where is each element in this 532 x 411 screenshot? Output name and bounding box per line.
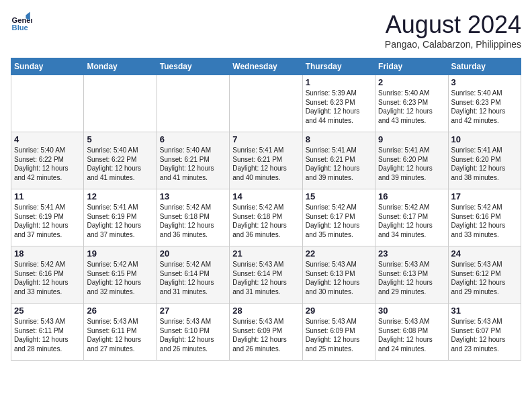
calendar-cell: 31Sunrise: 5:43 AM Sunset: 6:07 PM Dayli… [448, 304, 521, 361]
day-number: 25 [14, 306, 81, 316]
day-info: Sunrise: 5:42 AM Sunset: 6:14 PM Dayligh… [160, 260, 226, 296]
day-info: Sunrise: 5:42 AM Sunset: 6:18 PM Dayligh… [160, 203, 226, 239]
day-info: Sunrise: 5:41 AM Sunset: 6:19 PM Dayligh… [14, 203, 81, 239]
calendar-cell: 13Sunrise: 5:42 AM Sunset: 6:18 PM Dayli… [157, 189, 229, 246]
title-area: August 2024 Pangao, Calabarzon, Philippi… [385, 11, 521, 50]
day-number: 3 [451, 77, 518, 87]
day-number: 21 [232, 248, 299, 259]
calendar-cell: 15Sunrise: 5:42 AM Sunset: 6:17 PM Dayli… [302, 189, 375, 246]
calendar-cell: 14Sunrise: 5:42 AM Sunset: 6:18 PM Dayli… [230, 189, 302, 246]
day-info: Sunrise: 5:41 AM Sunset: 6:20 PM Dayligh… [451, 146, 518, 182]
day-number: 29 [306, 306, 372, 316]
calendar-cell: 4Sunrise: 5:40 AM Sunset: 6:22 PM Daylig… [11, 132, 84, 189]
calendar-cell: 27Sunrise: 5:43 AM Sunset: 6:10 PM Dayli… [157, 304, 229, 361]
calendar-cell: 26Sunrise: 5:43 AM Sunset: 6:11 PM Dayli… [84, 304, 157, 361]
calendar-cell: 21Sunrise: 5:43 AM Sunset: 6:14 PM Dayli… [230, 246, 302, 304]
day-info: Sunrise: 5:40 AM Sunset: 6:22 PM Dayligh… [87, 146, 153, 182]
day-info: Sunrise: 5:42 AM Sunset: 6:18 PM Dayligh… [232, 203, 299, 239]
day-info: Sunrise: 5:40 AM Sunset: 6:23 PM Dayligh… [378, 89, 445, 125]
day-info: Sunrise: 5:39 AM Sunset: 6:23 PM Dayligh… [306, 89, 372, 125]
day-info: Sunrise: 5:43 AM Sunset: 6:08 PM Dayligh… [378, 317, 445, 353]
day-number: 19 [87, 248, 153, 259]
day-number: 8 [306, 134, 372, 144]
calendar-cell: 23Sunrise: 5:43 AM Sunset: 6:13 PM Dayli… [375, 246, 448, 304]
day-number: 17 [451, 191, 518, 201]
calendar-cell: 29Sunrise: 5:43 AM Sunset: 6:09 PM Dayli… [302, 304, 375, 361]
day-number: 30 [378, 306, 445, 316]
calendar-cell: 7Sunrise: 5:41 AM Sunset: 6:21 PM Daylig… [230, 132, 302, 189]
weekday-header-row: SundayMondayTuesdayWednesdayThursdayFrid… [11, 58, 521, 75]
calendar-cell: 6Sunrise: 5:40 AM Sunset: 6:21 PM Daylig… [157, 132, 229, 189]
calendar-cell: 10Sunrise: 5:41 AM Sunset: 6:20 PM Dayli… [448, 132, 521, 189]
calendar-cell: 1Sunrise: 5:39 AM Sunset: 6:23 PM Daylig… [302, 75, 375, 132]
day-info: Sunrise: 5:43 AM Sunset: 6:07 PM Dayligh… [451, 317, 518, 353]
location: Pangao, Calabarzon, Philippines [385, 39, 521, 50]
day-info: Sunrise: 5:42 AM Sunset: 6:15 PM Dayligh… [87, 260, 153, 296]
day-number: 6 [160, 134, 226, 144]
day-info: Sunrise: 5:43 AM Sunset: 6:09 PM Dayligh… [232, 317, 299, 353]
calendar-table: SundayMondayTuesdayWednesdayThursdayFrid… [11, 58, 521, 361]
calendar-week-1: 1Sunrise: 5:39 AM Sunset: 6:23 PM Daylig… [11, 75, 521, 132]
day-info: Sunrise: 5:41 AM Sunset: 6:21 PM Dayligh… [306, 146, 372, 182]
day-number: 28 [232, 306, 299, 316]
day-number: 18 [14, 248, 81, 259]
day-info: Sunrise: 5:42 AM Sunset: 6:16 PM Dayligh… [451, 203, 518, 239]
day-number: 1 [306, 77, 372, 87]
month-title: August 2024 [385, 11, 521, 39]
day-number: 16 [378, 191, 445, 201]
calendar-cell: 12Sunrise: 5:41 AM Sunset: 6:19 PM Dayli… [84, 189, 157, 246]
day-number: 10 [451, 134, 518, 144]
day-info: Sunrise: 5:43 AM Sunset: 6:12 PM Dayligh… [451, 260, 518, 296]
day-info: Sunrise: 5:41 AM Sunset: 6:21 PM Dayligh… [232, 146, 299, 182]
calendar-cell: 18Sunrise: 5:42 AM Sunset: 6:16 PM Dayli… [11, 246, 84, 304]
day-number: 27 [160, 306, 226, 316]
day-info: Sunrise: 5:43 AM Sunset: 6:14 PM Dayligh… [232, 260, 299, 296]
calendar-cell: 8Sunrise: 5:41 AM Sunset: 6:21 PM Daylig… [302, 132, 375, 189]
calendar-cell: 3Sunrise: 5:40 AM Sunset: 6:23 PM Daylig… [448, 75, 521, 132]
day-info: Sunrise: 5:40 AM Sunset: 6:22 PM Dayligh… [14, 146, 81, 182]
day-info: Sunrise: 5:43 AM Sunset: 6:11 PM Dayligh… [14, 317, 81, 353]
weekday-header-sunday: Sunday [11, 58, 84, 75]
calendar-cell [230, 75, 302, 132]
day-info: Sunrise: 5:40 AM Sunset: 6:21 PM Dayligh… [160, 146, 226, 182]
calendar-cell: 9Sunrise: 5:41 AM Sunset: 6:20 PM Daylig… [375, 132, 448, 189]
day-number: 9 [378, 134, 445, 144]
day-info: Sunrise: 5:43 AM Sunset: 6:13 PM Dayligh… [306, 260, 372, 296]
weekday-header-monday: Monday [84, 58, 157, 75]
calendar-cell: 11Sunrise: 5:41 AM Sunset: 6:19 PM Dayli… [11, 189, 84, 246]
logo: General Blue [11, 11, 32, 32]
calendar-week-4: 18Sunrise: 5:42 AM Sunset: 6:16 PM Dayli… [11, 246, 521, 304]
day-info: Sunrise: 5:42 AM Sunset: 6:17 PM Dayligh… [378, 203, 445, 239]
general-blue-logo-icon: General Blue [11, 11, 32, 32]
calendar-cell: 5Sunrise: 5:40 AM Sunset: 6:22 PM Daylig… [84, 132, 157, 189]
day-number: 14 [232, 191, 299, 201]
calendar-cell: 2Sunrise: 5:40 AM Sunset: 6:23 PM Daylig… [375, 75, 448, 132]
calendar-cell: 30Sunrise: 5:43 AM Sunset: 6:08 PM Dayli… [375, 304, 448, 361]
calendar-cell [11, 75, 84, 132]
calendar-cell [157, 75, 229, 132]
day-number: 15 [306, 191, 372, 201]
day-info: Sunrise: 5:42 AM Sunset: 6:17 PM Dayligh… [306, 203, 372, 239]
weekday-header-wednesday: Wednesday [230, 58, 302, 75]
day-info: Sunrise: 5:43 AM Sunset: 6:11 PM Dayligh… [87, 317, 153, 353]
day-info: Sunrise: 5:41 AM Sunset: 6:20 PM Dayligh… [378, 146, 445, 182]
calendar-cell: 16Sunrise: 5:42 AM Sunset: 6:17 PM Dayli… [375, 189, 448, 246]
weekday-header-thursday: Thursday [302, 58, 375, 75]
day-number: 5 [87, 134, 153, 144]
day-number: 4 [14, 134, 81, 144]
calendar-week-2: 4Sunrise: 5:40 AM Sunset: 6:22 PM Daylig… [11, 132, 521, 189]
day-number: 23 [378, 248, 445, 259]
calendar-cell: 28Sunrise: 5:43 AM Sunset: 6:09 PM Dayli… [230, 304, 302, 361]
calendar-cell: 22Sunrise: 5:43 AM Sunset: 6:13 PM Dayli… [302, 246, 375, 304]
day-number: 2 [378, 77, 445, 87]
day-info: Sunrise: 5:42 AM Sunset: 6:16 PM Dayligh… [14, 260, 81, 296]
calendar-cell: 20Sunrise: 5:42 AM Sunset: 6:14 PM Dayli… [157, 246, 229, 304]
day-number: 24 [451, 248, 518, 259]
day-info: Sunrise: 5:43 AM Sunset: 6:09 PM Dayligh… [306, 317, 372, 353]
weekday-header-friday: Friday [375, 58, 448, 75]
day-number: 12 [87, 191, 153, 201]
calendar-week-5: 25Sunrise: 5:43 AM Sunset: 6:11 PM Dayli… [11, 304, 521, 361]
day-number: 11 [14, 191, 81, 201]
day-number: 13 [160, 191, 226, 201]
day-number: 22 [306, 248, 372, 259]
